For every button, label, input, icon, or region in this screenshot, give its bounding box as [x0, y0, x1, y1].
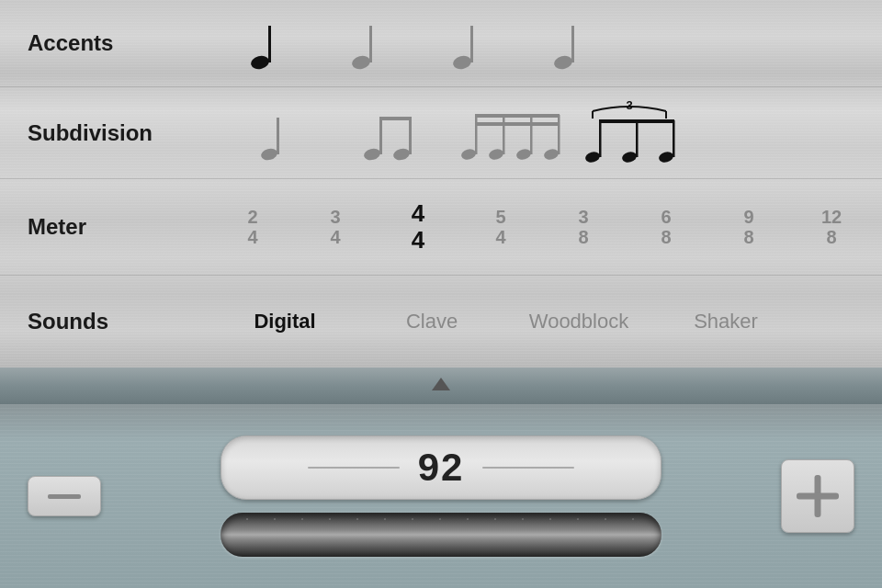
panel-divider [0, 368, 882, 404]
svg-rect-5 [470, 26, 473, 62]
sound-shaker[interactable]: Shaker [652, 276, 799, 368]
svg-rect-7 [571, 26, 574, 62]
meter-top: 9 [743, 207, 753, 227]
tempo-decrease-button[interactable] [28, 476, 101, 516]
accent-quarter-3[interactable] [413, 0, 514, 87]
accent-quarter-2[interactable] [312, 0, 413, 87]
svg-rect-3 [369, 26, 372, 62]
meter-row: Meter 2 4 3 4 4 4 5 4 3 8 6 [0, 179, 882, 276]
meter-3-8[interactable]: 3 8 [542, 179, 625, 276]
meter-bottom: 4 [412, 227, 424, 254]
subdivision-label: Subdivision [28, 120, 211, 146]
meter-3-4[interactable]: 3 4 [294, 179, 377, 276]
svg-rect-31 [636, 120, 639, 157]
sounds-options: Digital Clave Woodblock Shaker [211, 276, 854, 368]
svg-point-15 [460, 147, 477, 161]
svg-point-2 [351, 54, 372, 70]
tempo-panel: 92 [0, 404, 882, 588]
tempo-slider[interactable] [220, 513, 662, 557]
tempo-value: 92 [418, 446, 465, 490]
svg-rect-23 [475, 114, 560, 118]
accents-label: Accents [28, 30, 211, 56]
svg-rect-29 [599, 120, 602, 157]
svg-rect-34 [599, 119, 674, 123]
meter-bottom: 4 [247, 227, 257, 247]
expand-arrow-icon[interactable] [432, 378, 450, 390]
tempo-line-right [482, 467, 574, 469]
svg-point-6 [553, 54, 574, 70]
meter-top: 3 [578, 207, 588, 227]
tempo-center: 92 [101, 435, 781, 557]
sound-woodblock[interactable]: Woodblock [505, 276, 652, 368]
svg-point-8 [260, 146, 278, 161]
svg-rect-20 [530, 115, 533, 154]
sounds-label: Sounds [28, 309, 211, 334]
svg-rect-33 [673, 120, 675, 157]
subdiv-eighth-pair[interactable] [331, 87, 450, 179]
meter-bottom: 8 [661, 227, 671, 247]
svg-rect-14 [379, 117, 412, 120]
tempo-display: 92 [220, 435, 662, 500]
subdiv-single[interactable] [211, 87, 331, 179]
svg-rect-1 [268, 26, 271, 62]
meter-bottom: 8 [578, 227, 588, 247]
tempo-line-left [308, 467, 400, 469]
meter-5-4[interactable]: 5 4 [459, 179, 542, 276]
svg-point-17 [488, 147, 504, 161]
svg-point-32 [658, 150, 674, 164]
meter-2-4[interactable]: 2 4 [211, 179, 294, 276]
sound-digital[interactable]: Digital [211, 276, 358, 368]
subdiv-triplet-selected[interactable]: 3 [570, 87, 689, 179]
accent-quarter-selected[interactable] [211, 0, 312, 87]
meter-top: 12 [821, 207, 842, 227]
meter-bottom: 4 [495, 227, 505, 247]
meter-12-8[interactable]: 12 8 [790, 179, 873, 276]
svg-rect-24 [475, 122, 560, 126]
svg-text:3: 3 [626, 100, 632, 112]
meter-6-8[interactable]: 6 8 [625, 179, 707, 276]
tempo-increase-button[interactable] [781, 459, 854, 533]
meter-label: Meter [28, 214, 211, 240]
svg-point-0 [250, 54, 271, 70]
meter-top: 6 [661, 207, 671, 227]
accents-options [211, 0, 854, 87]
svg-rect-18 [503, 115, 505, 154]
svg-rect-13 [409, 118, 412, 154]
subdivision-options: 3 [211, 87, 854, 179]
meter-top: 2 [247, 207, 257, 227]
meter-bottom: 4 [330, 227, 340, 247]
accents-row: Accents [0, 0, 882, 87]
accent-quarter-4[interactable] [514, 0, 616, 87]
svg-rect-16 [475, 115, 478, 154]
meter-9-8[interactable]: 9 8 [707, 179, 790, 276]
sounds-row: Sounds Digital Clave Woodblock Shaker [0, 276, 882, 368]
svg-point-12 [392, 146, 411, 161]
meter-top: 5 [495, 207, 505, 227]
meter-bottom: 8 [826, 227, 836, 247]
svg-rect-22 [558, 115, 560, 154]
svg-point-10 [363, 146, 381, 161]
svg-point-30 [621, 150, 638, 164]
svg-point-4 [452, 54, 473, 70]
settings-panel: Accents [0, 0, 882, 368]
subdivision-row: Subdivision [0, 87, 882, 179]
subdiv-sixteenth[interactable] [450, 87, 570, 179]
meter-bottom: 8 [743, 227, 753, 247]
sound-clave[interactable]: Clave [358, 276, 505, 368]
svg-point-19 [515, 147, 532, 161]
meter-top: 4 [412, 200, 424, 227]
meter-4-4[interactable]: 4 4 [377, 179, 459, 276]
svg-point-28 [584, 150, 601, 164]
meter-top: 3 [330, 207, 340, 227]
plus-icon [797, 475, 839, 517]
meter-options: 2 4 3 4 4 4 5 4 3 8 6 8 [211, 179, 873, 276]
svg-rect-11 [379, 118, 382, 154]
svg-point-21 [543, 147, 560, 161]
svg-rect-9 [277, 118, 279, 154]
